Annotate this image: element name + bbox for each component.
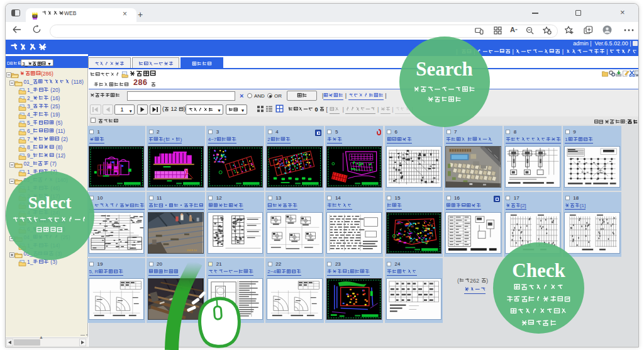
svg-text:2019.10: 2019.10	[187, 249, 197, 252]
